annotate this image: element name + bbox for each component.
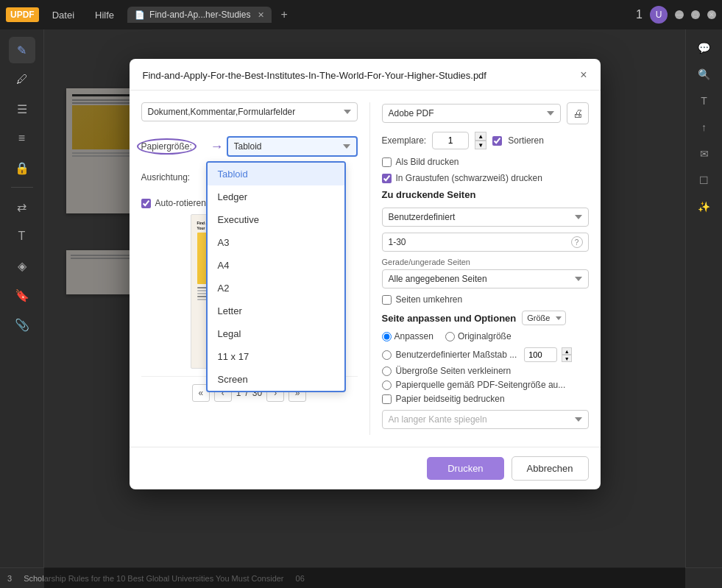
- print-as-image-row: Als Bild drucken: [382, 157, 589, 167]
- custom-scale-radio[interactable]: [382, 350, 392, 360]
- tab-close-icon[interactable]: ✕: [258, 10, 264, 20]
- adjust-section-header: Seite anpassen und Optionen Größe: [382, 311, 589, 325]
- menu-hilfe[interactable]: Hilfe: [88, 7, 121, 24]
- sidebar-icon-list[interactable]: ≡: [9, 125, 35, 152]
- dropdown-item-tabloid[interactable]: Tabloid: [208, 163, 344, 185]
- duplex-checkbox[interactable]: [382, 394, 392, 404]
- new-tab-button[interactable]: +: [280, 8, 287, 21]
- dialog-footer: Drucken Abbrechen: [130, 447, 601, 489]
- dialog-close-button[interactable]: ×: [580, 69, 587, 81]
- dropdown-item-11x17[interactable]: 11 x 17: [208, 345, 344, 368]
- dropdown-item-a2[interactable]: A2: [208, 277, 344, 300]
- sort-checkbox[interactable]: [492, 136, 502, 146]
- cancel-button[interactable]: Abbrechen: [512, 456, 589, 481]
- paper-size-dropdown: Tabloid Ledger Executive A3 A4 A2 Letter…: [206, 161, 346, 392]
- sidebar-icon-edit[interactable]: ✎: [9, 37, 35, 63]
- custom-scale-label: Benutzerdefinierter Maßstab ...: [396, 350, 517, 360]
- sort-label: Sortieren: [508, 135, 544, 146]
- custom-scale-input[interactable]: [524, 347, 557, 362]
- print-dialog: Find-and-Apply-For-the-Best-Institutes-I…: [130, 59, 601, 489]
- original-size-radio-label: Originalgröße: [445, 331, 512, 341]
- scale-decrement[interactable]: ▼: [562, 355, 572, 362]
- print-as-image-label: Als Bild drucken: [396, 157, 459, 167]
- duplex-label: Papier beidseitig bedrucken: [396, 394, 505, 404]
- minimize-button[interactable]: —: [675, 10, 684, 19]
- original-size-radio[interactable]: [445, 332, 455, 341]
- tab-count: 1: [636, 8, 643, 21]
- fit-radio[interactable]: [382, 332, 392, 341]
- copies-decrement[interactable]: ▼: [475, 141, 486, 149]
- pages-section-title: Zu druckende Seiten: [382, 189, 589, 200]
- paper-source-label: Papierquelle gemäß PDF-Seitengröße au...: [396, 380, 566, 390]
- sidebar-icon-pages[interactable]: ☰: [9, 96, 35, 122]
- user-avatar[interactable]: U: [650, 6, 668, 24]
- sidebar-icon-protect[interactable]: 🔒: [9, 155, 35, 181]
- fit-options-row: Anpassen Originalgröße: [382, 331, 589, 341]
- right-icon-box[interactable]: ☐: [693, 169, 715, 191]
- auto-rotate-checkbox[interactable]: [141, 199, 151, 208]
- sidebar-icon-ocr[interactable]: T: [9, 223, 35, 249]
- right-icon-mail[interactable]: ✉: [693, 143, 715, 165]
- paper-source-radio[interactable]: [382, 380, 392, 390]
- right-icon-ai[interactable]: ✨: [693, 196, 715, 218]
- maximize-button[interactable]: □: [691, 10, 700, 19]
- paper-size-select[interactable]: Tabloid: [227, 136, 358, 157]
- grayscale-checkbox[interactable]: [382, 174, 392, 183]
- mirror-select[interactable]: An langer Kante spiegeln: [382, 410, 589, 429]
- dropdown-item-a3[interactable]: A3: [208, 231, 344, 254]
- pdf-format-row: Adobe PDF 🖨: [382, 102, 589, 124]
- dropdown-item-letter[interactable]: Letter: [208, 300, 344, 322]
- print-button[interactable]: Drucken: [427, 457, 503, 480]
- scale-increment[interactable]: ▲: [562, 347, 572, 355]
- copies-row: Exemplare: ▲ ▼ Sortieren: [382, 132, 589, 149]
- content-area: Find-and-Apply-For-the-Best-Institutes-I…: [44, 29, 685, 588]
- page-range-help-icon[interactable]: ?: [571, 236, 583, 248]
- size-select[interactable]: Größe: [522, 311, 566, 325]
- custom-scale-row: Benutzerdefinierter Maßstab ... ▲ ▼: [382, 347, 589, 362]
- odd-even-select[interactable]: Alle angegebenen Seiten: [382, 269, 589, 288]
- adjust-section-title: Seite anpassen und Optionen: [382, 313, 517, 324]
- right-icon-comment[interactable]: 💬: [693, 37, 715, 59]
- right-icon-search[interactable]: 🔍: [693, 63, 715, 85]
- page-range-input[interactable]: [382, 233, 589, 252]
- copies-increment[interactable]: ▲: [475, 132, 486, 141]
- menu-datei[interactable]: Datei: [45, 7, 82, 24]
- print-as-image-checkbox[interactable]: [382, 157, 392, 167]
- bottom-page-num: 3: [7, 574, 12, 583]
- copies-label: Exemplare:: [382, 135, 427, 146]
- title-bar-right: 1 U — □ ✕: [636, 6, 716, 24]
- dialog-title: Find-and-Apply-For-the-Best-Institutes-I…: [143, 70, 486, 81]
- sidebar-icon-convert[interactable]: ⇄: [9, 194, 35, 220]
- dropdown-item-screen[interactable]: Screen: [208, 368, 344, 391]
- dropdown-item-executive[interactable]: Executive: [208, 208, 344, 231]
- app-brand: UPDF: [6, 7, 39, 22]
- copies-input[interactable]: [432, 132, 469, 149]
- sidebar-icon-stamp[interactable]: 🖊: [9, 66, 35, 93]
- pdf-format-select[interactable]: Adobe PDF: [382, 104, 561, 123]
- pages-custom-select[interactable]: Benutzerdefiniert: [382, 208, 589, 227]
- arrow-annotation: →: [210, 139, 224, 155]
- scale-spinner: ▲ ▼: [562, 347, 572, 362]
- sidebar-icon-attachment[interactable]: 📎: [9, 311, 35, 338]
- dropdown-item-a4[interactable]: A4: [208, 254, 344, 277]
- dropdown-item-legal[interactable]: Legal: [208, 322, 344, 345]
- printer-settings-button[interactable]: 🖨: [567, 102, 589, 124]
- page-range-row: ?: [382, 233, 589, 252]
- source-select[interactable]: Dokument,Kommentar,Formularfelder: [141, 102, 358, 121]
- title-bar: UPDF Datei Hilfe 📄 Find-and-Ap...her-Stu…: [0, 0, 722, 29]
- shrink-radio[interactable]: [382, 366, 392, 376]
- sidebar-icon-bookmark[interactable]: 🔖: [9, 282, 35, 308]
- sidebar-icon-layers[interactable]: ◈: [9, 252, 35, 279]
- right-icon-export[interactable]: ↑: [693, 116, 715, 138]
- original-size-label: Originalgröße: [458, 331, 512, 341]
- source-select-row: Dokument,Kommentar,Formularfelder: [141, 102, 358, 129]
- right-icon-ocr[interactable]: T: [693, 90, 715, 112]
- dropdown-item-ledger[interactable]: Ledger: [208, 185, 344, 208]
- auto-rotate-label: Auto-rotieren: [155, 198, 206, 208]
- reverse-pages-row: Seiten umkehren: [382, 294, 589, 305]
- reverse-pages-checkbox[interactable]: [382, 295, 392, 305]
- paper-size-label-circled: Papiergröße:: [141, 141, 192, 152]
- close-button[interactable]: ✕: [707, 10, 716, 19]
- fit-radio-label: Anpassen: [382, 331, 433, 341]
- active-tab[interactable]: 📄 Find-and-Ap...her-Studies ✕: [127, 7, 272, 23]
